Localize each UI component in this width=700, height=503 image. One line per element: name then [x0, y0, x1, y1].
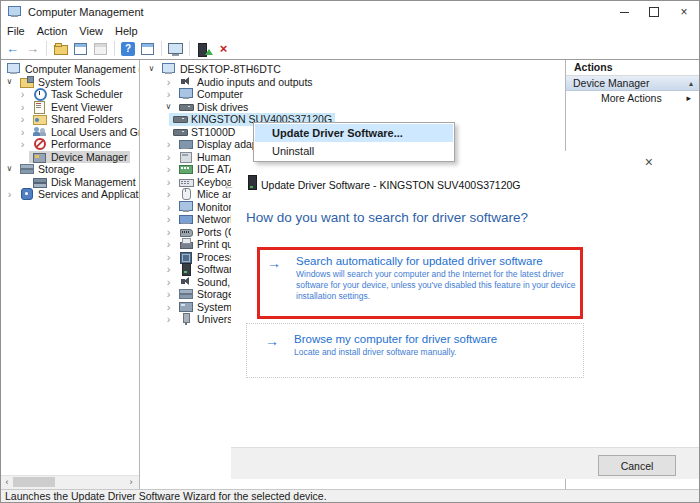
expander-icon[interactable]: ›	[16, 139, 29, 149]
expander-icon[interactable]: ›	[16, 89, 29, 99]
context-menu-item-update-driver-software[interactable]: Update Driver Software...	[255, 124, 453, 142]
option-title[interactable]: Browse my computer for driver software	[294, 333, 575, 345]
dialog-title: Update Driver Software - KINGSTON SUV400…	[261, 179, 521, 191]
expander-icon[interactable]: ›	[162, 289, 175, 299]
console-tree-pane: Computer Management (Local)∨System Tools…	[1, 60, 140, 489]
expander-icon[interactable]: ›	[162, 177, 175, 187]
expander-icon[interactable]: ∨	[145, 64, 158, 74]
actions-header: Actions	[566, 60, 699, 76]
expander-icon[interactable]: ›	[162, 202, 175, 212]
console-tree: Computer Management (Local)∨System Tools…	[1, 60, 139, 201]
expander-icon[interactable]: ∨	[3, 164, 16, 174]
tree-item-label: Audio inputs and outputs	[196, 76, 313, 88]
expander-icon[interactable]: ›	[162, 139, 175, 149]
processor-icon	[179, 251, 193, 263]
close-button[interactable]: ×	[669, 1, 699, 23]
tree-item-performance[interactable]: ›Performance	[1, 138, 139, 151]
scroll-left-icon[interactable]: ‹	[1, 476, 13, 488]
tree-item-services-and-applications[interactable]: ›Services and Applications	[1, 188, 139, 201]
expander-icon[interactable]: ›	[162, 239, 175, 249]
expander-icon[interactable]: ›	[162, 77, 175, 87]
expander-icon[interactable]: ›	[162, 214, 175, 224]
tree-item-storage[interactable]: ∨Storage	[1, 163, 139, 176]
cancel-button[interactable]: Cancel	[598, 455, 676, 476]
forward-arrow-icon[interactable]: →	[24, 41, 41, 57]
back-arrow-icon: ←	[223, 178, 235, 192]
more-actions-item[interactable]: More Actions ▸	[566, 91, 699, 105]
expander-icon[interactable]: ›	[162, 314, 175, 324]
tree-item-disk-drives[interactable]: ∨Disk drives	[140, 101, 565, 114]
tree-item-local-users-and-groups[interactable]: ›Local Users and Groups	[1, 126, 139, 139]
menu-item-action[interactable]: Action	[31, 25, 74, 37]
console-window-icon[interactable]	[72, 41, 89, 57]
tree-item-label: System Tools	[37, 76, 100, 88]
tree-item-computer-management-local[interactable]: Computer Management (Local)	[1, 63, 139, 76]
expander-icon[interactable]: ›	[3, 189, 16, 199]
option-search-automatically[interactable]: → Search automatically for updated drive…	[257, 247, 583, 319]
maximize-button[interactable]	[639, 1, 669, 23]
tree-item-label: Local Users and Groups	[50, 126, 140, 138]
expander-icon[interactable]: ›	[16, 102, 29, 112]
tree-item-label: Disk Management	[50, 176, 136, 188]
tree-item-disk-management[interactable]: Disk Management	[1, 176, 139, 189]
back-arrow-icon[interactable]: ←	[4, 41, 21, 57]
tree-item-label: DESKTOP-8TH6DTC	[179, 63, 281, 75]
menu-item-help[interactable]: Help	[109, 25, 144, 37]
expander-icon[interactable]: ›	[162, 302, 175, 312]
collapse-caret-icon[interactable]: ▴	[689, 79, 693, 88]
expander-icon[interactable]: ›	[162, 164, 175, 174]
horizontal-scrollbar[interactable]: ‹ ›	[1, 475, 139, 489]
drive-icon	[179, 101, 193, 113]
dialog-close-icon[interactable]: ×	[645, 154, 653, 170]
tree-item-computer[interactable]: ›Computer	[140, 88, 565, 101]
tree-item-task-scheduler[interactable]: ›Task Scheduler	[1, 88, 139, 101]
option-description: Locate and install driver software manua…	[294, 347, 581, 358]
context-menu-item-uninstall[interactable]: Uninstall	[255, 142, 453, 160]
tree-item-device-manager[interactable]: Device Manager	[1, 151, 139, 164]
hid-icon	[179, 151, 193, 163]
tree-item-event-viewer[interactable]: ›Event Viewer	[1, 101, 139, 114]
tree-item-label: Computer	[196, 88, 243, 100]
expander-icon[interactable]: ›	[162, 277, 175, 287]
minimize-button[interactable]	[609, 1, 639, 23]
display-icon[interactable]	[167, 41, 184, 57]
menu-item-file[interactable]: File	[1, 25, 31, 37]
usb-icon	[179, 313, 193, 325]
expander-icon[interactable]: ›	[162, 227, 175, 237]
scrollbar-thumb[interactable]	[13, 477, 55, 487]
tree-item-desktop-8th6dtc[interactable]: ∨DESKTOP-8TH6DTC	[140, 63, 565, 76]
tree-item-audio-inputs-and-outputs[interactable]: ›Audio inputs and outputs	[140, 76, 565, 89]
console-window-icon[interactable]	[139, 41, 156, 57]
delete-x-icon[interactable]: ×	[215, 41, 232, 57]
device-manager-icon	[33, 151, 47, 163]
monitor-icon	[179, 201, 193, 213]
tree-item-system-tools[interactable]: ∨System Tools	[1, 76, 139, 89]
help-icon[interactable]	[121, 42, 135, 56]
dialog-header: ← Update Driver Software - KINGSTON SUV4…	[231, 177, 700, 193]
window-disabled-icon	[92, 41, 109, 57]
network-icon	[179, 213, 193, 225]
tree-item-content: Audio inputs and outputs	[175, 76, 316, 89]
option-browse-computer[interactable]: → Browse my computer for driver software…	[246, 323, 584, 378]
window-title: Computer Management	[28, 6, 144, 18]
speaker-icon	[179, 276, 193, 288]
menu-item-view[interactable]: View	[73, 25, 109, 37]
expander-icon[interactable]: ∨	[3, 77, 16, 87]
expander-icon[interactable]: ›	[16, 127, 29, 137]
expander-icon[interactable]: ∨	[162, 102, 175, 112]
toolbar-separator	[46, 41, 47, 56]
actions-group-device-manager[interactable]: Device Manager ▴	[566, 76, 699, 91]
expander-icon[interactable]: ›	[16, 114, 29, 124]
drive-icon	[173, 113, 187, 125]
expander-icon[interactable]: ›	[162, 152, 175, 162]
expander-icon[interactable]: ›	[162, 252, 175, 262]
up-folder-icon[interactable]	[52, 41, 69, 57]
scroll-right-icon[interactable]: ›	[125, 476, 137, 488]
tree-item-shared-folders[interactable]: ›Shared Folders	[1, 113, 139, 126]
expander-icon[interactable]: ›	[162, 89, 175, 99]
option-title[interactable]: Search automatically for updated driver …	[296, 255, 572, 267]
update-driver-icon[interactable]	[195, 41, 212, 57]
expander-icon[interactable]: ›	[162, 189, 175, 199]
expander-icon[interactable]: ›	[162, 264, 175, 274]
tree-item-content: Computer	[175, 88, 246, 101]
